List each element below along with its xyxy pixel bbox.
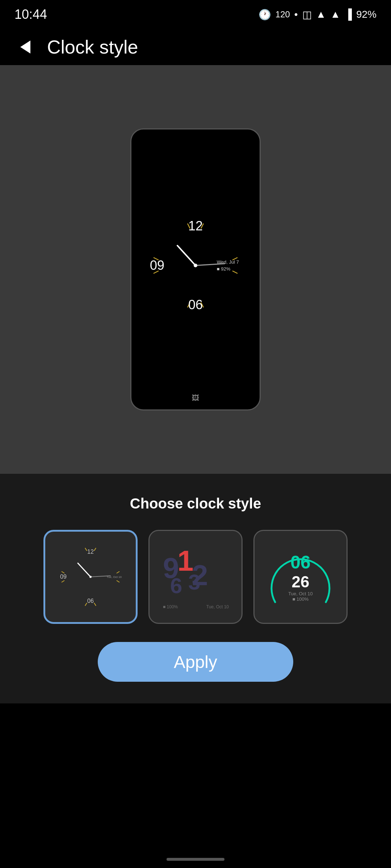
clock-styles-row: 12 09 06 Tue, Oct 10 9 1 2 6 3 ■ 100% Tu… bbox=[43, 530, 348, 624]
signal-icon: ▲ bbox=[330, 9, 340, 20]
thumb-d2-battery: ■ 100% bbox=[163, 604, 178, 609]
clock-battery: ■ 92% bbox=[217, 265, 239, 273]
svg-point-21 bbox=[89, 576, 92, 578]
battery-icon: ▐ bbox=[345, 9, 352, 20]
thumb-d3-minutes: 26 bbox=[292, 573, 310, 591]
thumb-d2-date: Tue, Oct 10 bbox=[206, 604, 229, 609]
thumb-digital-3-face: 06 26 Tue, Oct 10 ■ 100% bbox=[264, 541, 337, 613]
vibrate-icon: ◫ bbox=[302, 9, 312, 21]
svg-line-15 bbox=[85, 603, 87, 606]
wifi-icon: ▲ bbox=[316, 9, 326, 20]
header: Clock style bbox=[0, 29, 391, 65]
thumb-analog-12: 12 bbox=[87, 549, 94, 555]
clock-info: Wed, Jul 7 ■ 92% bbox=[217, 258, 239, 272]
home-indicator bbox=[167, 858, 224, 861]
thumb-analog-face: 12 09 06 Tue, Oct 10 bbox=[58, 544, 123, 609]
svg-line-8 bbox=[177, 246, 196, 265]
thumb-analog-9: 09 bbox=[60, 574, 67, 580]
thumb-d3-hours: 06 bbox=[290, 552, 311, 573]
status-time: 10:44 bbox=[14, 7, 47, 22]
status-icons: 🕐 120 • ◫ ▲ ▲ ▐ 92% bbox=[258, 9, 377, 21]
page-title: Clock style bbox=[47, 36, 138, 58]
choose-clock-title: Choose clock style bbox=[130, 495, 261, 512]
clock-style-analog[interactable]: 12 09 06 Tue, Oct 10 bbox=[43, 530, 138, 624]
svg-line-14 bbox=[117, 580, 119, 582]
clock-label-6: 06 bbox=[188, 297, 203, 312]
thumb-d3-date: Tue, Oct 10 bbox=[288, 591, 312, 596]
wallpaper-icon: 🖼 bbox=[192, 394, 199, 402]
svg-line-11 bbox=[85, 548, 87, 551]
thumb-analog-6: 06 bbox=[87, 598, 94, 604]
clock-style-digital-arc[interactable]: 06 26 Tue, Oct 10 ■ 100% bbox=[253, 530, 348, 624]
phone-mockup: 12 09 06 Wed, Jul 7 ■ 92% 🖼 bbox=[130, 128, 261, 410]
back-button[interactable] bbox=[14, 36, 36, 58]
clock-label-9: 09 bbox=[148, 258, 164, 273]
clock-label-12: 12 bbox=[188, 218, 203, 234]
svg-line-19 bbox=[78, 563, 91, 577]
back-arrow-icon bbox=[20, 41, 30, 54]
thumb-analog-info: Tue, Oct 10 bbox=[107, 575, 122, 579]
thumb-d2-mins: 6 bbox=[170, 573, 182, 598]
clock-preview-area: 12 09 06 Wed, Jul 7 ■ 92% 🖼 bbox=[0, 65, 391, 474]
status-bar: 10:44 🕐 120 • ◫ ▲ ▲ ▐ 92% bbox=[0, 0, 391, 29]
bottom-section: Choose clock style bbox=[0, 474, 391, 703]
svg-line-18 bbox=[62, 580, 64, 582]
thumb-digital-2-face: 9 1 2 6 3 ■ 100% Tue, Oct 10 bbox=[159, 541, 232, 613]
svg-line-13 bbox=[117, 571, 119, 573]
clock-date: Wed, Jul 7 bbox=[217, 258, 239, 265]
svg-line-17 bbox=[62, 571, 64, 573]
thumb-d3-battery: ■ 100% bbox=[293, 596, 309, 602]
thumb-d2-mins2: 3 bbox=[188, 570, 200, 595]
battery-percent: 92% bbox=[356, 9, 377, 20]
svg-line-16 bbox=[94, 603, 96, 606]
clock-style-digital-overlap[interactable]: 9 1 2 6 3 ■ 100% Tue, Oct 10 bbox=[148, 530, 243, 624]
svg-point-10 bbox=[194, 264, 197, 267]
display-icon: 120 bbox=[276, 9, 290, 20]
alarm-icon: 🕐 bbox=[258, 9, 271, 21]
svg-line-12 bbox=[94, 548, 96, 551]
apply-button[interactable]: Apply bbox=[98, 642, 293, 682]
clock-container: 12 09 06 Wed, Jul 7 ■ 92% bbox=[148, 218, 243, 312]
clock-face: 12 09 06 Wed, Jul 7 ■ 92% bbox=[139, 140, 252, 390]
bluetooth-icon: • bbox=[294, 9, 298, 20]
